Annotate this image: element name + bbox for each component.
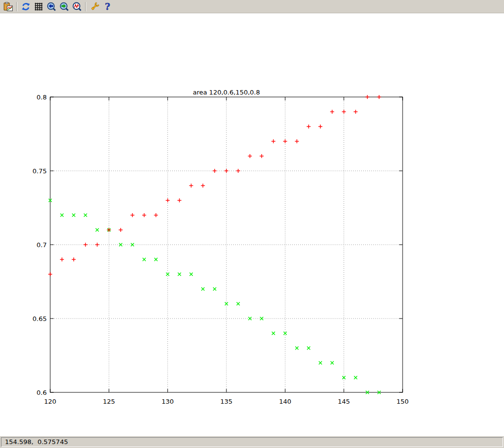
refresh-icon bbox=[21, 2, 31, 11]
magnifier-chart-icon bbox=[72, 2, 82, 11]
scatter-plot[interactable]: 1201251301351401451500.60.650.70.750.8ar… bbox=[0, 14, 504, 436]
y-tick-label: 0.8 bbox=[36, 94, 47, 101]
grid-button[interactable] bbox=[32, 0, 45, 12]
y-tick-label: 0.65 bbox=[32, 315, 47, 322]
autoscale-button[interactable] bbox=[70, 0, 83, 12]
svg-text:?: ? bbox=[105, 2, 110, 11]
grid-icon bbox=[34, 2, 43, 11]
chart-title: area 120,0.6,150,0.8 bbox=[193, 89, 260, 96]
toolbar: ? bbox=[0, 0, 504, 13]
options-button[interactable] bbox=[88, 0, 101, 12]
clipboard-chart-icon bbox=[3, 2, 13, 11]
mouse-coordinates-readout: 154.598, 0.575745 bbox=[1, 437, 503, 447]
zoom-next-button[interactable] bbox=[58, 0, 70, 12]
y-tick-label: 0.6 bbox=[36, 389, 47, 396]
magnifier-right-arrow-icon bbox=[60, 2, 69, 11]
question-mark-icon: ? bbox=[103, 2, 112, 11]
x-tick-label: 140 bbox=[279, 398, 291, 405]
help-button[interactable]: ? bbox=[101, 0, 114, 12]
gnuplot-graph-window: ? 1201251301351401451500.60.650.70.750.8… bbox=[0, 0, 504, 448]
x-tick-label: 135 bbox=[220, 398, 233, 405]
copy-button[interactable] bbox=[1, 0, 14, 12]
x-tick-label: 145 bbox=[338, 398, 350, 405]
magnifier-left-arrow-icon bbox=[47, 2, 56, 11]
x-tick-label: 125 bbox=[103, 398, 115, 405]
status-bar: 154.598, 0.575745 bbox=[0, 436, 504, 448]
zoom-previous-button[interactable] bbox=[45, 0, 58, 12]
replot-button[interactable] bbox=[19, 0, 32, 12]
toolbar-separator bbox=[85, 2, 86, 11]
wrench-icon bbox=[90, 2, 99, 11]
x-tick-label: 150 bbox=[397, 398, 409, 405]
plot-canvas[interactable]: 1201251301351401451500.60.650.70.750.8ar… bbox=[0, 14, 504, 436]
x-tick-label: 130 bbox=[161, 398, 174, 405]
toolbar-separator bbox=[16, 2, 17, 11]
y-tick-label: 0.75 bbox=[32, 167, 47, 175]
x-tick-label: 120 bbox=[44, 398, 57, 405]
y-tick-label: 0.7 bbox=[36, 241, 47, 249]
